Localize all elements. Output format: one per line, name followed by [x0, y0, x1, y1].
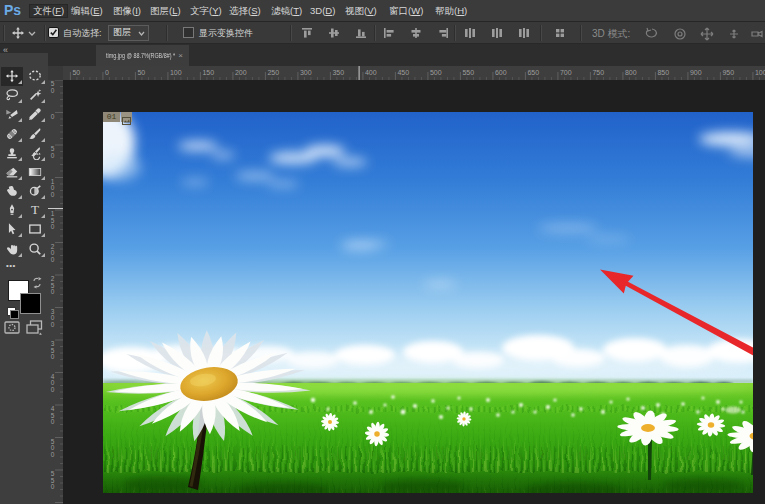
svg-text:950: 950	[722, 69, 734, 76]
svg-text:350: 350	[332, 69, 344, 76]
svg-text:50: 50	[137, 69, 145, 76]
svg-text:600: 600	[495, 69, 507, 76]
svg-text:900: 900	[690, 69, 702, 76]
svg-text:700: 700	[560, 69, 572, 76]
svg-text:0: 0	[51, 418, 55, 425]
svg-text:450: 450	[397, 69, 409, 76]
svg-text:300: 300	[300, 69, 312, 76]
svg-text:0: 0	[51, 256, 55, 263]
svg-text:0: 0	[51, 223, 55, 230]
svg-text:850: 850	[657, 69, 669, 76]
svg-text:0: 0	[51, 353, 55, 360]
svg-text:800: 800	[625, 69, 637, 76]
svg-text:0: 0	[51, 87, 55, 94]
svg-text:400: 400	[365, 69, 377, 76]
svg-text:T: T	[30, 203, 38, 217]
svg-text:150: 150	[202, 69, 214, 76]
svg-text:550: 550	[462, 69, 474, 76]
svg-text:100: 100	[170, 69, 182, 76]
svg-text:50: 50	[72, 69, 80, 76]
svg-text:0: 0	[51, 451, 55, 458]
svg-text:500: 500	[430, 69, 442, 76]
svg-text:0: 0	[51, 288, 55, 295]
svg-text:1000: 1000	[755, 69, 765, 76]
svg-text:650: 650	[527, 69, 539, 76]
svg-text:0: 0	[51, 483, 55, 490]
svg-text:0: 0	[105, 69, 109, 76]
svg-text:0: 0	[51, 386, 55, 393]
svg-text:0: 0	[51, 191, 55, 198]
svg-text:0: 0	[51, 113, 55, 120]
svg-text:250: 250	[267, 69, 279, 76]
svg-text:750: 750	[592, 69, 604, 76]
svg-text:0: 0	[51, 321, 55, 328]
svg-text:200: 200	[235, 69, 247, 76]
svg-text:0: 0	[51, 152, 55, 159]
